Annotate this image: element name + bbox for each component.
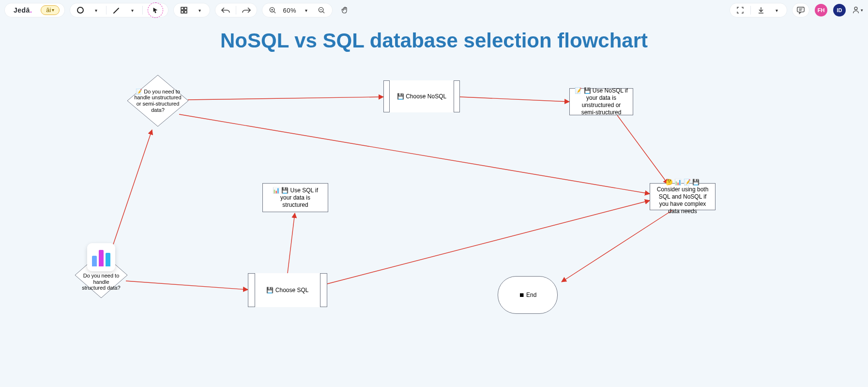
- pen-caret-icon[interactable]: ▾: [127, 5, 137, 15]
- process-choose-sql-label: 💾 Choose SQL: [266, 287, 308, 294]
- process-choose-nosql[interactable]: 💾 Choose NoSQL: [383, 80, 460, 112]
- zoom-caret-icon[interactable]: ▾: [301, 5, 312, 15]
- svg-rect-7: [797, 7, 804, 12]
- note-use-sql[interactable]: 📊 💾 Use SQL if your data is structured: [262, 183, 328, 212]
- decision-unstructured[interactable]: 📝 Do you need to handle unstructured or …: [127, 75, 189, 127]
- svg-line-16: [327, 201, 650, 284]
- svg-line-10: [460, 97, 569, 102]
- process-choose-nosql-label: 💾 Choose NoSQL: [397, 93, 446, 100]
- decision-unstructured-label: 📝 Do you need to handle unstructured or …: [134, 89, 182, 113]
- selector-active-ring: [148, 2, 163, 18]
- avatar-id[interactable]: ID: [833, 4, 846, 16]
- process-choose-sql[interactable]: 💾 Choose SQL: [248, 273, 327, 307]
- decision-structured-label: Do you need to handle structured data?: [81, 273, 121, 291]
- terminator-end-label: ⏹ End: [519, 292, 537, 299]
- history-group: [215, 3, 257, 17]
- note-use-nosql[interactable]: 📝 💾 Use NoSQL if your data is unstructur…: [569, 88, 633, 115]
- redo-icon[interactable]: [241, 5, 252, 15]
- pan-hand-icon[interactable]: [340, 5, 350, 15]
- svg-rect-3: [181, 11, 183, 13]
- grid-caret-icon[interactable]: ▾: [194, 5, 205, 15]
- svg-line-11: [617, 115, 668, 184]
- diagram-edges: [0, 0, 868, 387]
- cursor-tool-icon[interactable]: [150, 5, 161, 15]
- comment-group: [792, 3, 809, 17]
- draw-tools-group: ▾ ▾: [70, 3, 168, 17]
- shape-caret-icon[interactable]: ▾: [91, 5, 101, 15]
- zoom-out-icon[interactable]: [317, 5, 327, 15]
- pen-tool-icon[interactable]: [111, 5, 122, 15]
- svg-line-14: [126, 281, 248, 290]
- svg-point-0: [77, 7, 83, 13]
- svg-line-9: [188, 97, 383, 100]
- avatar-fh[interactable]: FH: [815, 4, 827, 16]
- ai-dropdown[interactable]: āi▾: [41, 5, 60, 15]
- svg-line-17: [562, 209, 674, 282]
- ai-label: āi: [46, 6, 51, 14]
- svg-rect-1: [181, 7, 183, 10]
- svg-line-15: [288, 213, 295, 273]
- note-both[interactable]: 🤔 📊 📝 💾 Consider using both SQL and NoSQ…: [650, 183, 716, 210]
- shape-tool-icon[interactable]: [75, 5, 86, 15]
- download-caret-icon[interactable]: ▾: [771, 5, 782, 15]
- terminator-end[interactable]: ⏹ End: [498, 276, 558, 314]
- svg-rect-2: [184, 7, 187, 10]
- zoom-in-icon[interactable]: [267, 5, 278, 15]
- zoom-percent[interactable]: 60%: [283, 7, 296, 14]
- decision-structured[interactable]: Do you need to handle structured data?: [75, 252, 128, 298]
- undo-icon[interactable]: [220, 5, 231, 15]
- logo-group: Jedā. āi▾: [5, 3, 64, 17]
- note-use-nosql-label: 📝 💾 Use NoSQL if your data is unstructur…: [574, 87, 628, 116]
- note-both-label: 🤔 📊 📝 💾 Consider using both SQL and NoSQ…: [655, 179, 711, 215]
- user-menu-icon[interactable]: ▾: [852, 5, 863, 15]
- app-logo: Jedā.: [10, 6, 36, 14]
- top-toolbar: Jedā. āi▾ ▾ ▾ ▾: [5, 3, 863, 17]
- svg-line-13: [110, 130, 152, 253]
- grid-tool-icon[interactable]: [179, 5, 189, 15]
- svg-rect-4: [184, 11, 187, 13]
- diagram-title: NoSQL vs SQL database selection flowchar…: [0, 29, 868, 52]
- note-use-sql-label: 📊 💾 Use SQL if your data is structured: [267, 187, 323, 209]
- export-group: ▾: [730, 3, 787, 17]
- layout-tools-group: ▾: [174, 3, 210, 17]
- zoom-group: 60% ▾: [262, 3, 332, 17]
- svg-line-12: [179, 114, 650, 194]
- diagram-canvas: NoSQL vs SQL database selection flowchar…: [0, 0, 868, 387]
- download-icon[interactable]: [756, 5, 766, 15]
- frame-select-icon[interactable]: [735, 5, 746, 15]
- comment-icon[interactable]: [795, 5, 806, 15]
- svg-point-8: [854, 7, 857, 10]
